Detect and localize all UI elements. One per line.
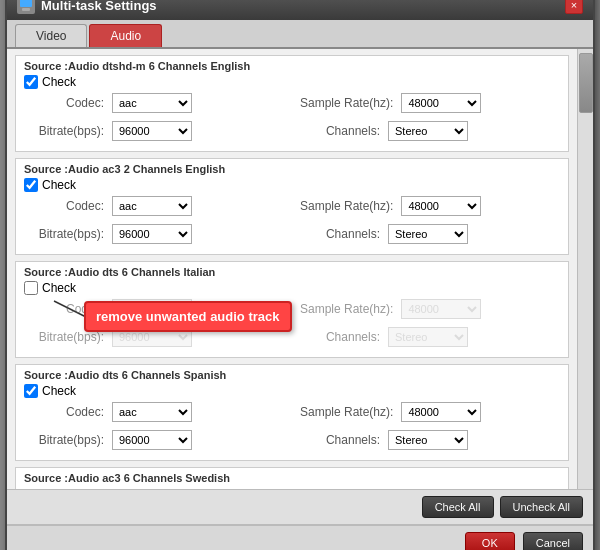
samplerate-select-3: 48000 [401, 299, 481, 319]
section-3-samplerate-row: Sample Rate(hz): 48000 [300, 299, 560, 319]
channels-select-3: Stereo [388, 327, 468, 347]
samplerate-label-3: Sample Rate(hz): [300, 302, 393, 316]
bottom-button-bar: Check All Uncheck All [7, 489, 593, 524]
section-4-bitrate-row: Bitrate(bps): 96000 [24, 430, 284, 450]
final-bar: OK Cancel [7, 524, 593, 550]
section-1-left-col: Codec: aac Bitrate(bps): 96000 [24, 93, 284, 145]
audio-section-5: Source :Audio ac3 6 Channels Swedish [15, 467, 569, 489]
scroll-content: Source :Audio dtshd-m 6 Channels English… [7, 49, 577, 489]
samplerate-label-1: Sample Rate(hz): [300, 96, 393, 110]
section-2-codec-row: Codec: aac [24, 196, 284, 216]
dialog-title: Multi-task Settings [41, 0, 157, 13]
section-4-codec-row: Codec: aac [24, 402, 284, 422]
section-2-left-col: Codec: aac Bitrate(bps): 96000 [24, 196, 284, 248]
section-2-check-label: Check [42, 178, 76, 192]
cancel-button[interactable]: Cancel [523, 532, 583, 550]
channels-label-1: Channels: [300, 124, 380, 138]
section-4-fields: Codec: aac Bitrate(bps): 96000 [24, 402, 560, 454]
audio-section-1: Source :Audio dtshd-m 6 Channels English… [15, 55, 569, 152]
channels-select-4[interactable]: Stereo [388, 430, 468, 450]
section-4-check-row: Check [24, 384, 560, 398]
section-4-checkbox[interactable] [24, 384, 38, 398]
channels-label-4: Channels: [300, 433, 380, 447]
section-3-channels-row: Channels: Stereo [300, 327, 560, 347]
scrollbar-track[interactable] [577, 49, 593, 489]
section-1-right-col: Sample Rate(hz): 48000 Channels: Stereo [300, 93, 560, 145]
samplerate-label-2: Sample Rate(hz): [300, 199, 393, 213]
tab-video[interactable]: Video [15, 24, 87, 47]
section-1-check-row: Check [24, 75, 560, 89]
bitrate-label-4: Bitrate(bps): [24, 433, 104, 447]
section-4-header: Source :Audio dts 6 Channels Spanish [24, 369, 560, 381]
check-all-button[interactable]: Check All [422, 496, 494, 518]
tooltip-box: remove unwanted audio track [84, 301, 292, 332]
tab-bar: Video Audio [7, 20, 593, 49]
section-1-header: Source :Audio dtshd-m 6 Channels English [24, 60, 560, 72]
scrollbar-thumb[interactable] [579, 53, 593, 113]
section-2-check-row: Check [24, 178, 560, 192]
section-3-checkbox[interactable] [24, 281, 38, 295]
section-4-channels-row: Channels: Stereo [300, 430, 560, 450]
section-1-fields: Codec: aac Bitrate(bps): 96000 [24, 93, 560, 145]
section-1-samplerate-row: Sample Rate(hz): 48000 [300, 93, 560, 113]
bitrate-label-1: Bitrate(bps): [24, 124, 104, 138]
section-1-check-label: Check [42, 75, 76, 89]
section-1-checkbox[interactable] [24, 75, 38, 89]
close-button[interactable]: × [565, 0, 583, 14]
svg-rect-1 [22, 8, 30, 11]
codec-label-2: Codec: [24, 199, 104, 213]
codec-label-1: Codec: [24, 96, 104, 110]
channels-label-3: Channels: [300, 330, 380, 344]
section-2-fields: Codec: aac Bitrate(bps): 96000 [24, 196, 560, 248]
section-4-left-col: Codec: aac Bitrate(bps): 96000 [24, 402, 284, 454]
bitrate-select-1[interactable]: 96000 [112, 121, 192, 141]
uncheck-all-button[interactable]: Uncheck All [500, 496, 583, 518]
section-2-checkbox[interactable] [24, 178, 38, 192]
codec-select-1[interactable]: aac [112, 93, 192, 113]
section-4-check-label: Check [42, 384, 76, 398]
section-1-bitrate-row: Bitrate(bps): 96000 [24, 121, 284, 141]
tab-audio[interactable]: Audio [89, 24, 162, 47]
section-3-check-row: Check [24, 281, 560, 295]
title-bar: Multi-task Settings × [7, 0, 593, 20]
audio-section-2: Source :Audio ac3 2 Channels English Che… [15, 158, 569, 255]
codec-select-4[interactable]: aac [112, 402, 192, 422]
section-2-samplerate-row: Sample Rate(hz): 48000 [300, 196, 560, 216]
codec-select-2[interactable]: aac [112, 196, 192, 216]
samplerate-select-1[interactable]: 48000 [401, 93, 481, 113]
ok-button[interactable]: OK [465, 532, 515, 550]
section-4-right-col: Sample Rate(hz): 48000 Channels: Stereo [300, 402, 560, 454]
bitrate-select-2[interactable]: 96000 [112, 224, 192, 244]
section-1-codec-row: Codec: aac [24, 93, 284, 113]
channels-label-2: Channels: [300, 227, 380, 241]
dialog: Multi-task Settings × Video Audio Source… [5, 0, 595, 550]
section-4-samplerate-row: Sample Rate(hz): 48000 [300, 402, 560, 422]
section-2-channels-row: Channels: Stereo [300, 224, 560, 244]
bitrate-label-2: Bitrate(bps): [24, 227, 104, 241]
section-2-bitrate-row: Bitrate(bps): 96000 [24, 224, 284, 244]
samplerate-label-4: Sample Rate(hz): [300, 405, 393, 419]
bitrate-label-3: Bitrate(bps): [24, 330, 104, 344]
content-area: Source :Audio dtshd-m 6 Channels English… [7, 49, 593, 489]
section-1-channels-row: Channels: Stereo [300, 121, 560, 141]
audio-section-4: Source :Audio dts 6 Channels Spanish Che… [15, 364, 569, 461]
svg-rect-0 [20, 0, 32, 7]
bitrate-select-4[interactable]: 96000 [112, 430, 192, 450]
samplerate-select-2[interactable]: 48000 [401, 196, 481, 216]
samplerate-select-4[interactable]: 48000 [401, 402, 481, 422]
channels-select-1[interactable]: Stereo [388, 121, 468, 141]
section-2-right-col: Sample Rate(hz): 48000 Channels: Stereo [300, 196, 560, 248]
channels-select-2[interactable]: Stereo [388, 224, 468, 244]
app-icon [17, 0, 35, 14]
section-3-header: Source :Audio dts 6 Channels Italian [24, 266, 560, 278]
section-5-header: Source :Audio ac3 6 Channels Swedish [24, 472, 560, 484]
section-3-right-col: Sample Rate(hz): 48000 Channels: Stereo [300, 299, 560, 351]
section-3-check-label: Check [42, 281, 76, 295]
codec-label-4: Codec: [24, 405, 104, 419]
title-bar-left: Multi-task Settings [17, 0, 157, 14]
audio-section-3: Source :Audio dts 6 Channels Italian Che… [15, 261, 569, 358]
section-3-tooltip-overlay: Check remove unwanted audio track [24, 281, 560, 295]
section-2-header: Source :Audio ac3 2 Channels English [24, 163, 560, 175]
